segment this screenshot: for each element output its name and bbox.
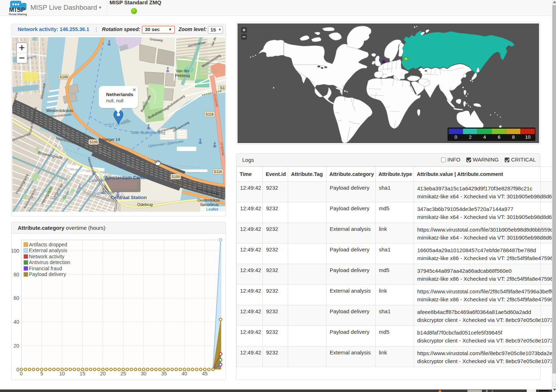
svg-text:Payload delivery: Payload delivery <box>29 271 66 277</box>
svg-text:Grasweg: Grasweg <box>149 37 163 42</box>
svg-text:S116: S116 <box>214 170 222 174</box>
svg-text:Leaflet: Leaflet <box>206 207 218 211</box>
svg-text:IJpleinveer IJpleinveer: IJpleinveer IJpleinveer <box>147 139 184 148</box>
svg-text:40: 40 <box>181 371 187 376</box>
svg-text:Brouwersgracht: Brouwersgracht <box>37 150 63 160</box>
svg-text:External analysis: External analysis <box>29 247 67 253</box>
svg-text:20: 20 <box>13 343 19 349</box>
svg-text:Threat Sharing: Threat Sharing <box>9 13 27 16</box>
svg-text:10: 10 <box>525 134 530 140</box>
svg-text:Haarlemmerdijk: Haarlemmerdijk <box>12 132 31 143</box>
svg-text:20: 20 <box>100 371 106 376</box>
svg-text:100: 100 <box>12 248 19 254</box>
svg-text:Langestraat: Langestraat <box>51 182 64 200</box>
svg-text:Van der: Van der <box>176 69 189 73</box>
svg-text:Grote Bickersstraat: Grote Bickersstraat <box>28 107 37 133</box>
svg-text:Nieuwendijk: Nieuwendijk <box>87 157 96 176</box>
svg-text:Odebrug: Odebrug <box>137 202 153 207</box>
svg-text:IJ-tunnel: IJ-tunnel <box>213 93 219 107</box>
svg-text:Spoorbrug: Spoorbrug <box>200 202 218 207</box>
svg-text:Buiksloterweg: Buiksloterweg <box>147 105 169 120</box>
svg-text:0: 0 <box>20 371 23 376</box>
svg-text:80: 80 <box>13 272 19 277</box>
svg-text:Financial fraud: Financial fraud <box>29 266 62 271</box>
svg-text:Meidoornweg: Meidoornweg <box>201 53 221 68</box>
svg-text:Buiksloterweg: Buiksloterweg <box>167 94 185 108</box>
svg-text:Jasmijnstraat: Jasmijnstraat <box>187 40 206 48</box>
svg-text:35: 35 <box>161 371 167 376</box>
svg-text:Van der: Van der <box>210 37 217 47</box>
svg-text:2: 2 <box>469 134 472 140</box>
svg-text:Steiger 14: Steiger 14 <box>102 137 120 142</box>
svg-text:null, null: null, null <box>106 98 123 103</box>
svg-text:10: 10 <box>59 371 65 376</box>
svg-text:S11: S11 <box>220 86 225 90</box>
svg-text:S100: S100 <box>89 140 98 144</box>
svg-text:Singel: Singel <box>74 183 82 194</box>
svg-text:40: 40 <box>13 319 19 325</box>
svg-text:0: 0 <box>454 134 457 140</box>
svg-text:Westerdokskade: Westerdokskade <box>47 113 72 119</box>
svg-text:Badhuiskade: Badhuiskade <box>140 94 151 113</box>
svg-text:Centraal Station: Centraal Station <box>111 195 147 200</box>
svg-text:De Ruijterkade: De Ruijterkade <box>174 180 196 186</box>
svg-text:IJ-tunnel: IJ-tunnel <box>219 142 225 156</box>
svg-text:Amsterdam Centraal: Amsterdam Centraal <box>104 175 152 180</box>
svg-text:60: 60 <box>13 295 19 301</box>
svg-text:Netherlands: Netherlands <box>106 92 133 97</box>
svg-text:S100: S100 <box>59 75 68 79</box>
svg-text:S116: S116 <box>205 112 214 116</box>
svg-text:45: 45 <box>202 371 208 376</box>
svg-text:Prinseneiland: Prinseneiland <box>12 92 18 112</box>
svg-text:Spoor 10: Spoor 10 <box>125 163 139 170</box>
svg-text:Herengracht: Herengracht <box>40 186 53 205</box>
svg-text:Keizersgracht: Keizersgracht <box>22 188 37 209</box>
svg-text:Antivirus detection: Antivirus detection <box>29 259 70 265</box>
svg-text:25: 25 <box>120 371 126 376</box>
svg-text:Westerdoksluis: Westerdoksluis <box>46 108 73 113</box>
svg-text:4: 4 <box>483 134 486 140</box>
svg-text:Network activity: Network activity <box>29 254 64 259</box>
svg-text:Prinsengracht: Prinsengracht <box>14 173 29 195</box>
svg-text:Pekbrug: Pekbrug <box>175 73 190 78</box>
svg-text:0: 0 <box>16 367 19 372</box>
svg-text:Singel: Singel <box>62 189 70 200</box>
svg-text:5: 5 <box>40 371 43 376</box>
svg-text:Artifacts dropped: Artifacts dropped <box>29 242 67 247</box>
svg-text:Haarlemmerstraat: Haarlemmerstraat <box>55 136 84 147</box>
svg-text:8: 8 <box>512 134 515 140</box>
svg-text:Spoor 8: Spoor 8 <box>97 148 109 156</box>
svg-text:S100: S100 <box>171 175 180 179</box>
svg-text:6: 6 <box>498 134 501 140</box>
svg-text:Oosterdokse: Oosterdokse <box>197 198 219 202</box>
svg-text:15: 15 <box>80 371 85 376</box>
svg-text:30: 30 <box>141 371 147 376</box>
svg-text:Spoor 4: Spoor 4 <box>61 129 73 137</box>
svg-text:Westerdok: Westerdok <box>39 83 46 100</box>
svg-text:Piet Heinkade: Piet Heinkade <box>196 186 220 196</box>
